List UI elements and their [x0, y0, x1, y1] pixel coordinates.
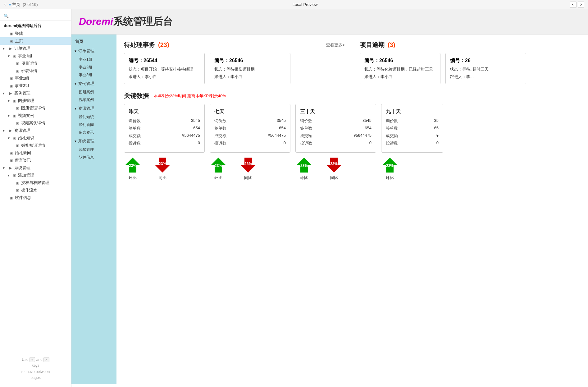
- data-card-0: 昨天 询价数 3545 签单数 654 成交额 ¥5644: [124, 104, 205, 153]
- toggle-xitong: ▼: [1, 166, 6, 170]
- sidebar-item-ruanjian[interactable]: ▣ 软件信息: [0, 194, 71, 201]
- inner-nav-home[interactable]: 首页: [71, 37, 116, 46]
- icon-hunli: ▣: [12, 136, 17, 140]
- close-icon[interactable]: ×: [4, 2, 6, 7]
- sidebar-item-hunlixq[interactable]: ▣ 婚礼知识详情: [0, 142, 71, 149]
- sidebar-item-hunli[interactable]: ▼ ▣ 婚礼知识: [0, 134, 71, 142]
- inner-nav-hunli[interactable]: 婚礼知识: [71, 113, 116, 121]
- arrow-up-0: 23% 环比: [124, 156, 141, 181]
- data-card-2-complaints-row: 投诉数 0: [300, 141, 371, 146]
- arrows-pair-2: 23% 环比 23%: [295, 156, 343, 181]
- sidebar-item-xitong[interactable]: ▼ ▶ 系统管理: [0, 164, 71, 172]
- label-videoxq: 视频案例详情: [21, 120, 45, 126]
- toggle-tianjia: ▼: [6, 174, 11, 177]
- inner-nav-dingdan[interactable]: ▼订单管理: [71, 46, 116, 56]
- inner-nav-video[interactable]: 视频案例: [71, 96, 116, 104]
- arrow-up-svg-0: 23%: [124, 156, 141, 174]
- page-frame: Doremi系统管理后台 首页 ▼订单管理 事业1组 事业2组 事业3组 ▼案例…: [71, 9, 588, 387]
- sidebar-item-banbiao[interactable]: ▣ 班表详情: [0, 67, 71, 75]
- sidebar-item-liuyan[interactable]: ▣ 留言资讯: [0, 157, 71, 164]
- tab-label[interactable]: 主页: [12, 2, 20, 7]
- top-sections: 待处理事务 (23) 查看更多> 编号：26544 状态：项目开始，等待安排接待…: [124, 41, 581, 92]
- data-card-1: 七天 询价数 3545 签单数 654 成交额 ¥5644: [210, 104, 290, 153]
- inner-nav-ruanjian[interactable]: 软件信息: [71, 154, 116, 161]
- inner-nav-xitong[interactable]: ▼系统管理: [71, 136, 116, 146]
- arrow-group-3: 23% 环比: [381, 156, 443, 182]
- sidebar-item-shiye1[interactable]: ▼ ▣ 事业1组: [0, 52, 71, 60]
- overdue-card-1-follower: 跟进人：李...: [450, 74, 522, 80]
- icon-hunlixq: ▣: [15, 144, 20, 148]
- sidebar-footer-pages: pages: [30, 375, 41, 380]
- data-card-3-orders-label: 签单数: [386, 126, 398, 131]
- inner-nav-tupu[interactable]: 图册案例: [71, 88, 116, 96]
- sidebar-search: 🔍: [0, 12, 71, 21]
- pending-card-0-follower: 跟进人：李小白: [129, 74, 200, 80]
- page-info: (2 of 19): [23, 2, 38, 7]
- inner-nav-tianjia[interactable]: 添加管理: [71, 146, 116, 154]
- label-tupu: 图册管理: [18, 98, 34, 104]
- toggle-shiye1: ▼: [6, 54, 11, 58]
- sidebar-item-shiye2[interactable]: ▣ 事业2组: [0, 75, 71, 82]
- inner-nav-shiye3[interactable]: 事业3组: [71, 71, 116, 79]
- icon-dingdan: ▶: [8, 47, 13, 51]
- sidebar-item-videoxq[interactable]: ▣ 视频案例详情: [0, 119, 71, 127]
- arrow-down-svg-0: 23%: [154, 156, 171, 174]
- inner-nav-shiye2[interactable]: 事业2组: [71, 63, 116, 71]
- sidebar-item-denglu[interactable]: ▣ 登陆: [0, 30, 71, 37]
- sidebar-item-quanxian[interactable]: ▣ 授权与权限管理: [0, 179, 71, 187]
- sidebar-item-caozuo[interactable]: ▣ 操作流水: [0, 187, 71, 194]
- data-card-1-inquiry-label: 询价数: [214, 118, 226, 124]
- dashboard-content: 待处理事务 (23) 查看更多> 编号：26544 状态：项目开始，等待安排接待…: [116, 35, 588, 384]
- sidebar-footer-and: and: [36, 357, 43, 362]
- data-card-2-inquiry-val: 3545: [362, 118, 371, 124]
- inner-nav-zixun[interactable]: ▼资讯管理: [71, 104, 116, 113]
- nav-next-button[interactable]: >: [578, 2, 584, 8]
- sidebar-item-video[interactable]: ▼ ▣ 视频案例: [0, 112, 71, 119]
- sidebar-item-tupu[interactable]: ▼ ▣ 图册管理: [0, 97, 71, 104]
- icon-ruanjian: ▣: [9, 196, 14, 200]
- icon-tupu: ▣: [12, 99, 17, 103]
- data-card-2-period: 三十天: [300, 108, 371, 115]
- search-input[interactable]: [11, 14, 67, 18]
- sidebar-item-anli[interactable]: ▼ ▶ 案例管理: [0, 90, 71, 97]
- icon-xiangmu: ▣: [15, 62, 20, 66]
- sidebar-item-zhuye[interactable]: ▣ 主页: [0, 37, 71, 45]
- data-card-1-inquiry-row: 询价数 3545: [214, 118, 286, 124]
- pending-header: 待处理事务 (23) 查看更多>: [124, 41, 345, 49]
- arrow-down-text-2: 23%: [330, 162, 338, 166]
- icon-videoxq: ▣: [15, 121, 20, 125]
- sidebar-item-dingdan[interactable]: ▼ ▶ 订单管理: [0, 45, 71, 52]
- sidebar-item-xiangmu[interactable]: ▣ 项目详情: [0, 60, 71, 67]
- sidebar-item-zixun[interactable]: ▼ ▶ 资讯管理: [0, 127, 71, 134]
- toggle-inner-dingdan: ▼: [74, 49, 77, 53]
- data-card-2-amount-row: 成交额 ¥5644475: [300, 133, 371, 139]
- arrow-up-svg-3: 23%: [381, 156, 399, 174]
- data-card-3-inquiry-label: 询价数: [386, 118, 398, 124]
- nav-prev-button[interactable]: <: [570, 2, 577, 8]
- pending-count: (23): [158, 41, 169, 48]
- inner-nav-xinwen[interactable]: 婚礼新闻: [71, 121, 116, 129]
- preview-title: Local Preview: [43, 2, 567, 7]
- icon-shiye1: ▣: [12, 54, 17, 58]
- label-video: 视频案例: [18, 113, 34, 118]
- inner-nav-liuyan[interactable]: 留言资讯: [71, 129, 116, 136]
- sidebar-item-shiye3[interactable]: ▣ 事业3组: [0, 82, 71, 90]
- data-card-2-inquiry-label: 询价数: [300, 118, 312, 124]
- sidebar-item-tianjia[interactable]: ▼ ▣ 添加管理: [0, 172, 71, 179]
- data-card-1-complaints-val: 0: [284, 141, 286, 146]
- arrow-down-caption-0: 同比: [158, 175, 166, 181]
- nav-arrows: < >: [570, 2, 584, 8]
- sidebar-item-xinwen[interactable]: ▣ 婚礼新闻: [0, 149, 71, 157]
- data-card-0-amount-val: ¥5644475: [182, 133, 200, 139]
- inner-nav-shiye1[interactable]: 事业1组: [71, 56, 116, 63]
- arrow-up-svg-1: 23%: [210, 156, 227, 174]
- sidebar-item-tupuxq[interactable]: ▣ 图册管理详情: [0, 104, 71, 112]
- pending-card-1-follower: 跟进人：李小白: [214, 74, 286, 80]
- sidebar: 🔍 doremi婚庆网站后台 ▣ 登陆 ▣ 主页 ▼ ▶ 订单管理: [0, 9, 71, 387]
- pending-card-0: 编号：26544 状态：项目开始，等待安排接待经理 跟进人：李小白: [124, 53, 205, 84]
- arrow-up-caption-1: 环比: [214, 175, 222, 181]
- inner-nav-anli[interactable]: ▼案例管理: [71, 79, 116, 88]
- data-card-3-period: 九十天: [386, 108, 439, 115]
- pending-more-link[interactable]: 查看更多>: [326, 42, 345, 48]
- icon-anli: ▶: [8, 91, 13, 95]
